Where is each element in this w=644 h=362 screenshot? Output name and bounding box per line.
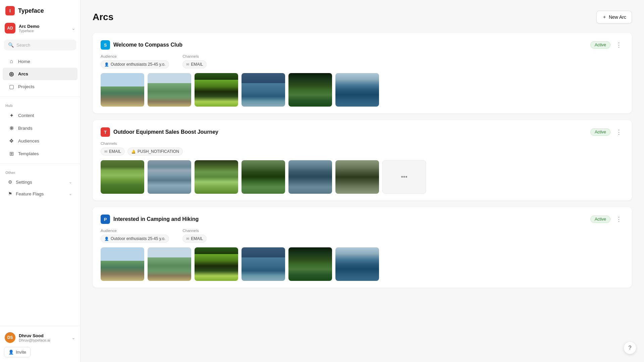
email-icon-2: ✉ bbox=[104, 149, 107, 154]
email-icon: ✉ bbox=[186, 62, 189, 67]
chevron-down-icon: ⌄ bbox=[71, 25, 75, 31]
audience-chip-3: 👤 Outdoor enthusiasts 25-45 y.o. bbox=[101, 235, 169, 243]
thumbnail-item[interactable] bbox=[241, 160, 285, 194]
sidebar-item-content-label: Content bbox=[18, 113, 34, 118]
arc-brand-icon-3: P bbox=[101, 215, 110, 224]
thumbnail-item[interactable] bbox=[335, 247, 379, 281]
brands-icon: ❋ bbox=[8, 125, 15, 131]
sidebar-item-arcs[interactable]: ◎ Arcs bbox=[3, 68, 77, 80]
user-row[interactable]: DS Dhruv Sood Dhruv@typeface.ai ⌄ bbox=[0, 329, 80, 346]
main-nav: ⌂ Home ◎ Arcs ▢ Projects bbox=[0, 54, 80, 95]
arc-title-2: Outdoor Equipment Sales Boost Journey bbox=[113, 129, 218, 135]
logo-icon: I bbox=[5, 6, 15, 15]
new-arc-button[interactable]: ＋ New Arc bbox=[596, 11, 632, 23]
new-arc-label: New Arc bbox=[609, 14, 626, 20]
thumbnail-item[interactable] bbox=[195, 73, 238, 107]
sidebar-item-projects-label: Projects bbox=[18, 84, 35, 89]
sidebar-item-templates[interactable]: ⊞ Templates bbox=[3, 147, 77, 160]
thumbnail-item[interactable] bbox=[101, 247, 144, 281]
audience-label-1: Audience bbox=[101, 54, 169, 58]
new-arc-plus-icon: ＋ bbox=[602, 14, 607, 20]
sidebar-item-projects[interactable]: ▢ Projects bbox=[3, 80, 77, 93]
sidebar: I Typeface AD Arc Demo Typeface ⌄ 🔍 Sear… bbox=[0, 0, 80, 362]
sidebar-bottom: DS Dhruv Sood Dhruv@typeface.ai ⌄ 👤 Invi… bbox=[0, 326, 80, 362]
page-header: Arcs ＋ New Arc bbox=[93, 11, 632, 23]
thumbnail-item[interactable] bbox=[288, 247, 332, 281]
thumbnail-item[interactable] bbox=[101, 73, 144, 107]
workspace-avatar: AD bbox=[5, 23, 15, 34]
arc-meta-3: Audience 👤 Outdoor enthusiasts 25-45 y.o… bbox=[101, 229, 624, 243]
logo-row: I Typeface bbox=[0, 0, 80, 20]
arc-card-header-1: S Welcome to Compass Club Active ⋮ bbox=[101, 40, 624, 50]
sidebar-item-templates-label: Templates bbox=[18, 151, 39, 156]
arc-more-button-3[interactable]: ⋮ bbox=[614, 215, 624, 224]
channel-push-2: 🔔 PUSH_NOTIFICATION bbox=[127, 147, 183, 156]
arc-card-header-3: P Interested in Camping and Hiking Activ… bbox=[101, 215, 624, 224]
sidebar-item-brands[interactable]: ❋ Brands bbox=[3, 122, 77, 134]
main-content: Arcs ＋ New Arc S Welcome to Compass Club… bbox=[80, 0, 644, 362]
channel-email-1: ✉ EMAIL bbox=[182, 60, 207, 68]
feature-flags-icon: ⚑ bbox=[8, 191, 12, 196]
sidebar-item-brands-label: Brands bbox=[18, 126, 33, 131]
arc-card-camping-hiking: P Interested in Camping and Hiking Activ… bbox=[93, 207, 632, 288]
content-icon: ✦ bbox=[8, 112, 15, 119]
audience-label-3: Audience bbox=[101, 229, 169, 233]
thumbnail-item[interactable] bbox=[148, 247, 191, 281]
thumbnail-item[interactable] bbox=[335, 73, 379, 107]
nav-divider-1 bbox=[0, 97, 80, 97]
arc-thumbnails-3 bbox=[101, 247, 624, 281]
arc-card-welcome-compass: S Welcome to Compass Club Active ⋮ Audie… bbox=[93, 33, 632, 113]
thumbnail-item[interactable] bbox=[148, 160, 191, 194]
arc-thumbnails-1 bbox=[101, 73, 624, 107]
templates-icon: ⊞ bbox=[8, 150, 15, 157]
help-button[interactable]: ? bbox=[624, 342, 636, 354]
thumbnail-item[interactable] bbox=[195, 160, 238, 194]
channel-email-2: ✉ EMAIL bbox=[101, 147, 125, 156]
thumbnails-more-button[interactable]: ••• bbox=[382, 160, 426, 194]
thumbnail-item[interactable] bbox=[101, 160, 144, 194]
person-icon-3: 👤 bbox=[104, 237, 109, 241]
thumbnail-item[interactable] bbox=[195, 247, 238, 281]
thumbnail-item[interactable] bbox=[148, 73, 191, 107]
sidebar-item-settings[interactable]: ⚙ Settings ⌄ bbox=[3, 176, 77, 188]
status-badge-3: Active bbox=[590, 216, 610, 223]
arc-thumbnails-2: ••• bbox=[101, 160, 624, 194]
sidebar-item-home[interactable]: ⌂ Home bbox=[3, 55, 77, 67]
arc-card-outdoor-equipment: T Outdoor Equipment Sales Boost Journey … bbox=[93, 120, 632, 200]
status-badge-1: Active bbox=[590, 41, 610, 49]
thumbnail-item[interactable] bbox=[241, 247, 285, 281]
workspace-selector[interactable]: AD Arc Demo Typeface ⌄ bbox=[0, 20, 80, 38]
audiences-icon: ❖ bbox=[8, 138, 15, 144]
thumbnail-item[interactable] bbox=[288, 73, 332, 107]
sidebar-item-audiences[interactable]: ❖ Audiences bbox=[3, 135, 77, 147]
status-badge-2: Active bbox=[590, 128, 610, 136]
audience-value-3: Outdoor enthusiasts 25-45 y.o. bbox=[111, 236, 165, 241]
arc-more-button-1[interactable]: ⋮ bbox=[614, 41, 624, 49]
channel-email-3: ✉ EMAIL bbox=[182, 235, 207, 243]
sidebar-item-settings-label: Settings bbox=[16, 180, 32, 185]
sidebar-item-content[interactable]: ✦ Content bbox=[3, 109, 77, 122]
sidebar-item-feature-flags[interactable]: ⚑ Feature Flags ⌄ bbox=[3, 188, 77, 199]
person-icon: 👤 bbox=[104, 62, 109, 67]
settings-icon: ⚙ bbox=[8, 179, 12, 185]
audience-value-1: Outdoor enthusiasts 25-45 y.o. bbox=[111, 62, 165, 67]
channels-label-3: Channels bbox=[182, 229, 207, 233]
thumbnail-item[interactable] bbox=[288, 160, 332, 194]
workspace-left: AD Arc Demo Typeface bbox=[5, 23, 39, 34]
arc-card-header-2: T Outdoor Equipment Sales Boost Journey … bbox=[101, 127, 624, 137]
sidebar-item-arcs-label: Arcs bbox=[18, 71, 28, 76]
sidebar-item-audiences-label: Audiences bbox=[18, 138, 39, 143]
arc-meta-2: Channels ✉ EMAIL 🔔 PUSH_NOTIFICATION bbox=[101, 141, 624, 156]
thumbnail-item[interactable] bbox=[241, 73, 285, 107]
arc-title-1: Welcome to Compass Club bbox=[113, 42, 182, 48]
search-icon: 🔍 bbox=[8, 42, 14, 48]
thumbnail-item[interactable] bbox=[335, 160, 379, 194]
invite-button[interactable]: 👤 Invite bbox=[4, 347, 31, 357]
user-plus-icon: 👤 bbox=[8, 350, 14, 355]
page-title: Arcs bbox=[93, 12, 113, 22]
search-box[interactable]: 🔍 Search bbox=[4, 40, 76, 50]
arc-meta-1: Audience 👤 Outdoor enthusiasts 25-45 y.o… bbox=[101, 54, 624, 68]
arc-more-button-2[interactable]: ⋮ bbox=[614, 128, 624, 136]
arc-brand-icon-1: S bbox=[101, 40, 110, 50]
audience-chip-1: 👤 Outdoor enthusiasts 25-45 y.o. bbox=[101, 60, 169, 68]
